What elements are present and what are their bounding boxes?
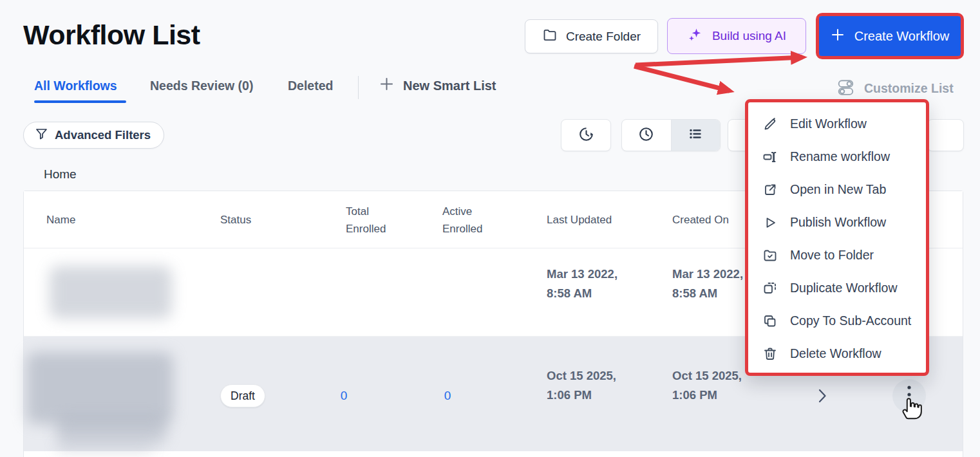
annotation-highlight-create-workflow: Create Workflow [816, 13, 964, 59]
time-view-segment[interactable] [622, 120, 671, 151]
menu-item-delete-workflow[interactable]: Delete Workflow [748, 337, 926, 370]
create-workflow-label: Create Workflow [854, 29, 949, 44]
redacted-workflow-name [56, 443, 153, 452]
duplicate-icon [762, 281, 778, 296]
total-enrolled-link[interactable]: 0 [341, 389, 348, 403]
tabs-divider [358, 76, 359, 99]
create-workflow-button[interactable]: Create Workflow [819, 16, 961, 56]
table-row [24, 451, 963, 457]
customize-list-label: Customize List [864, 81, 954, 96]
tab-needs-review[interactable]: Needs Review (0) [150, 79, 253, 93]
tab-all-workflows[interactable]: All Workflows [34, 79, 117, 93]
plus-icon [831, 28, 845, 45]
menu-item-publish-workflow[interactable]: Publish Workflow [748, 206, 926, 239]
folder-icon [542, 27, 558, 46]
redacted-workflow-name [56, 416, 167, 443]
redacted-workflow-name [26, 352, 173, 424]
menu-item-label: Delete Workflow [790, 346, 881, 361]
page-title: Workflow List [23, 19, 200, 51]
create-folder-label: Create Folder [566, 30, 641, 44]
plus-icon [379, 77, 394, 95]
menu-item-label: Edit Workflow [790, 117, 867, 131]
menu-item-rename-workflow[interactable]: Rename workflow [748, 140, 926, 173]
menu-item-open-in-new-tab[interactable]: Open in New Tab [748, 173, 926, 206]
menu-item-label: Copy To Sub-Account [790, 313, 911, 328]
list-view-segment[interactable] [671, 120, 721, 151]
menu-item-move-to-folder[interactable]: Move to Folder [748, 239, 926, 272]
column-header-last-updated[interactable]: Last Updated [547, 211, 612, 228]
menu-item-copy-to-sub-account[interactable]: Copy To Sub-Account [748, 304, 926, 337]
menu-item-label: Duplicate Workflow [790, 281, 898, 295]
new-smart-list-button[interactable]: New Smart List [379, 77, 496, 95]
menu-item-edit-workflow[interactable]: Edit Workflow [748, 107, 926, 140]
breadcrumb-home[interactable]: Home [44, 167, 77, 182]
external-link-icon [762, 182, 778, 198]
tab-deleted[interactable]: Deleted [288, 79, 333, 93]
list-icon [686, 125, 704, 145]
clock-icon [637, 125, 655, 146]
copy-icon [762, 313, 778, 329]
redacted-workflow-name [50, 266, 172, 319]
cell-last-updated: Oct 15 2025, 1:06 PM [547, 366, 623, 405]
advanced-filters-label: Advanced Filters [55, 128, 151, 142]
menu-item-label: Rename workflow [790, 149, 890, 164]
history-view-button[interactable] [561, 119, 611, 151]
status-badge-draft: Draft [220, 384, 265, 407]
filter-icon [35, 127, 48, 144]
folder-check-icon [762, 248, 778, 263]
trash-icon [762, 346, 778, 362]
column-header-active-enrolled[interactable]: Active Enrolled [442, 203, 496, 238]
advanced-filters-button[interactable]: Advanced Filters [23, 122, 164, 149]
build-using-ai-button[interactable]: Build using AI [667, 18, 806, 54]
new-smart-list-label: New Smart List [403, 79, 496, 93]
mouse-cursor-pointer [900, 393, 923, 423]
menu-item-duplicate-workflow[interactable]: Duplicate Workflow [748, 272, 926, 304]
build-using-ai-label: Build using AI [712, 29, 786, 43]
cell-created-on: Mar 13 2022, 8:58 AM [672, 265, 748, 303]
create-folder-button[interactable]: Create Folder [525, 19, 658, 53]
cell-last-updated: Mar 13 2022, 8:58 AM [547, 265, 623, 303]
cell-created-on: Oct 15 2025, 1:06 PM [672, 366, 748, 405]
active-tab-underline [34, 100, 126, 103]
column-header-created-on[interactable]: Created On [672, 211, 729, 228]
view-toggle-group [621, 119, 721, 151]
chevron-right-icon[interactable] [818, 387, 827, 407]
rename-icon [762, 149, 778, 165]
sliders-icon [837, 78, 855, 99]
pencil-icon [762, 117, 778, 132]
customize-list-button[interactable]: Customize List [837, 78, 954, 99]
clock-history-icon [577, 125, 596, 146]
column-header-status[interactable]: Status [220, 211, 251, 228]
menu-item-label: Open in New Tab [790, 182, 886, 197]
active-enrolled-link[interactable]: 0 [444, 389, 451, 403]
column-header-total-enrolled[interactable]: Total Enrolled [346, 203, 400, 238]
play-icon [762, 215, 778, 230]
toolbar-button-partial[interactable] [927, 119, 964, 151]
workflow-list-page: Workflow List Create Folder Build using … [0, 0, 980, 457]
column-header-name[interactable]: Name [46, 211, 75, 228]
sparkles-icon [687, 26, 704, 46]
menu-item-label: Publish Workflow [790, 215, 886, 230]
menu-item-label: Move to Folder [790, 248, 874, 263]
row-actions-context-menu: Edit Workflow Rename workflow Open in Ne… [745, 99, 929, 376]
